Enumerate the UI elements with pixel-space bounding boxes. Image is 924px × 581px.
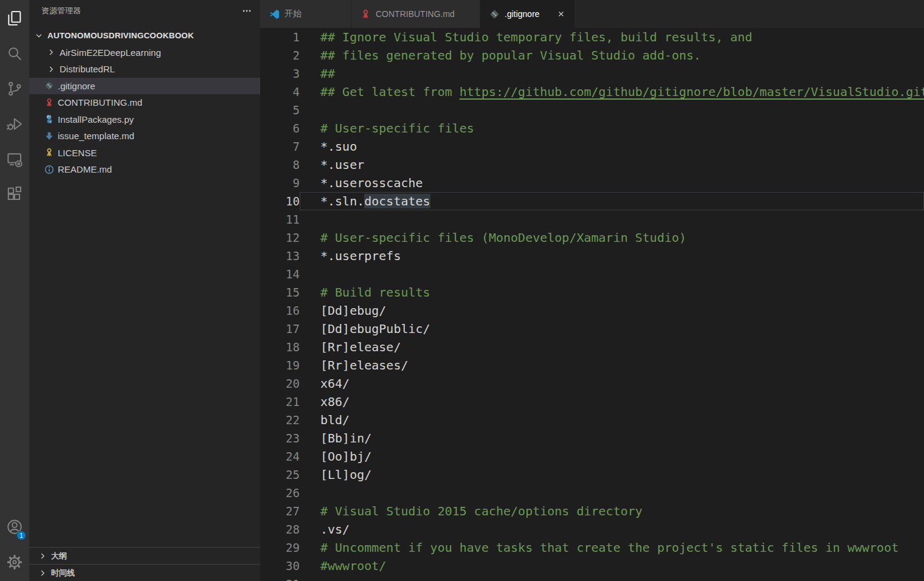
activity-item-explorer[interactable] <box>0 2 29 37</box>
gitignore-url-link[interactable]: https://github.com/github/gitignore/blob… <box>460 84 924 99</box>
tree-item-label: issue_template.md <box>58 131 134 141</box>
code-line[interactable]: 31 <box>260 575 924 581</box>
line-content: [Dd]ebug/ <box>300 301 924 320</box>
code-line[interactable]: 18[Rr]elease/ <box>260 338 924 356</box>
tab-label: 开始 <box>284 9 302 19</box>
tab-.gitignore[interactable]: .gitignore <box>480 0 575 28</box>
remote-icon <box>5 150 24 171</box>
code-line[interactable]: 28.vs/ <box>260 520 924 538</box>
activity-item-search[interactable] <box>0 37 29 72</box>
line-number: 26 <box>260 484 300 502</box>
activity-item-settings[interactable] <box>0 546 29 581</box>
source-control-icon <box>5 80 24 100</box>
line-content <box>300 101 924 119</box>
ribbon-red-icon <box>360 9 371 19</box>
line-content: [Oo]bj/ <box>300 447 924 466</box>
line-number: 14 <box>260 265 300 283</box>
code-line[interactable]: 20x64/ <box>260 374 924 393</box>
search-icon <box>5 44 24 65</box>
code-line[interactable]: 11 <box>260 210 924 229</box>
line-number: 1 <box>260 28 300 46</box>
code-line[interactable]: 3## <box>260 64 924 83</box>
code-line[interactable]: 4## Get latest from https://github.com/g… <box>260 83 924 101</box>
code-line[interactable]: 7*.suo <box>260 137 924 156</box>
line-number: 6 <box>260 119 300 137</box>
more-actions-icon[interactable] <box>242 6 252 16</box>
activity-item-remote-explorer[interactable] <box>0 143 29 178</box>
word-occurrence-highlight: docstates <box>364 194 430 208</box>
code-line[interactable]: 22bld/ <box>260 411 924 429</box>
line-number: 3 <box>260 64 300 83</box>
tree-file-CONTRIBUTING.md[interactable]: CONTRIBUTING.md <box>29 94 260 111</box>
code-line[interactable]: 10*.sln.docstates <box>260 192 924 210</box>
activity-item-run-and-debug[interactable] <box>0 108 29 143</box>
tree-file-InstallPackages.py[interactable]: InstallPackages.py <box>29 111 260 128</box>
line-number: 9 <box>260 174 300 192</box>
line-content: [Bb]in/ <box>300 429 924 447</box>
arrow-down-icon <box>44 131 55 141</box>
line-number: 31 <box>260 575 300 581</box>
python-icon <box>44 114 55 124</box>
code-line[interactable]: 27# Visual Studio 2015 cache/options dir… <box>260 502 924 520</box>
line-number: 13 <box>260 247 300 265</box>
code-line[interactable]: 17[Dd]ebugPublic/ <box>260 320 924 338</box>
tree-file-README.md[interactable]: README.md <box>29 161 260 178</box>
line-number: 23 <box>260 429 300 447</box>
code-editor[interactable]: 1## Ignore Visual Studio temporary files… <box>260 28 924 581</box>
sidebar-title: 资源管理器 <box>41 5 81 16</box>
line-content <box>300 484 924 502</box>
line-content: ## Get latest from https://github.com/gi… <box>300 83 924 101</box>
line-content: [Dd]ebugPublic/ <box>300 320 924 338</box>
close-icon[interactable] <box>555 8 567 20</box>
code-line[interactable]: 9*.userosscache <box>260 174 924 192</box>
code-line[interactable]: 15# Build results <box>260 283 924 301</box>
code-line[interactable]: 25[Ll]og/ <box>260 466 924 484</box>
tree-folder-DistributedRL[interactable]: DistributedRL <box>29 61 260 78</box>
files-icon <box>5 9 24 30</box>
chevron-right-icon <box>38 551 47 561</box>
sidebar-panel-outline[interactable]: 大纲 <box>29 547 260 564</box>
sidebar-panel-timeline[interactable]: 时间线 <box>29 564 260 581</box>
code-line[interactable]: 19[Rr]eleases/ <box>260 356 924 374</box>
line-number: 25 <box>260 466 300 484</box>
tab-label: .gitignore <box>505 9 540 19</box>
line-content <box>300 210 924 229</box>
tree-file-LICENSE[interactable]: LICENSE <box>29 145 260 162</box>
code-line[interactable]: 6# User-specific files <box>260 119 924 137</box>
line-number: 22 <box>260 411 300 429</box>
tab-开始[interactable]: 开始 <box>260 0 351 28</box>
code-line[interactable]: 30#wwwroot/ <box>260 557 924 575</box>
code-line[interactable]: 8*.user <box>260 156 924 174</box>
line-number: 20 <box>260 374 300 393</box>
tree-folder-AirSimE2EDeepLearning[interactable]: AirSimE2EDeepLearning <box>29 44 260 61</box>
activity-item-extensions[interactable] <box>0 178 29 213</box>
code-line[interactable]: 26 <box>260 484 924 502</box>
line-content: # Build results <box>300 283 924 301</box>
code-line[interactable]: 16[Dd]ebug/ <box>260 301 924 320</box>
code-line[interactable]: 24[Oo]bj/ <box>260 447 924 466</box>
chevron-right-icon <box>46 47 56 57</box>
line-number: 29 <box>260 538 300 557</box>
code-line[interactable]: 29# Uncomment if you have tasks that cre… <box>260 538 924 557</box>
code-line[interactable]: 1## Ignore Visual Studio temporary files… <box>260 28 924 46</box>
code-line[interactable]: 14 <box>260 265 924 283</box>
editor-group: 开始CONTRIBUTING.md.gitignore 1## Ignore V… <box>260 0 924 581</box>
tab-CONTRIBUTING.md[interactable]: CONTRIBUTING.md <box>351 0 480 28</box>
code-line[interactable]: 13*.userprefs <box>260 247 924 265</box>
tree-root-folder[interactable]: AUTONOMOUSDRIVINGCOOKBOOK <box>29 27 260 44</box>
line-content: [Ll]og/ <box>300 466 924 484</box>
code-line[interactable]: 5 <box>260 101 924 119</box>
tree-file-.gitignore[interactable]: .gitignore <box>29 78 260 95</box>
activity-item-source-control[interactable] <box>0 72 29 108</box>
sidebar-header: 资源管理器 <box>29 0 260 21</box>
panel-label: 时间线 <box>51 568 75 579</box>
extensions-icon <box>5 185 24 206</box>
code-line[interactable]: 21x86/ <box>260 393 924 411</box>
code-line[interactable]: 2## files generated by popular Visual St… <box>260 46 924 64</box>
code-line[interactable]: 12# User-specific files (MonoDevelop/Xam… <box>260 229 924 247</box>
activity-item-accounts[interactable]: 1 <box>0 511 29 546</box>
code-line[interactable]: 23[Bb]in/ <box>260 429 924 447</box>
line-number: 12 <box>260 229 300 247</box>
line-number: 8 <box>260 156 300 174</box>
tree-file-issue_template.md[interactable]: issue_template.md <box>29 128 260 145</box>
